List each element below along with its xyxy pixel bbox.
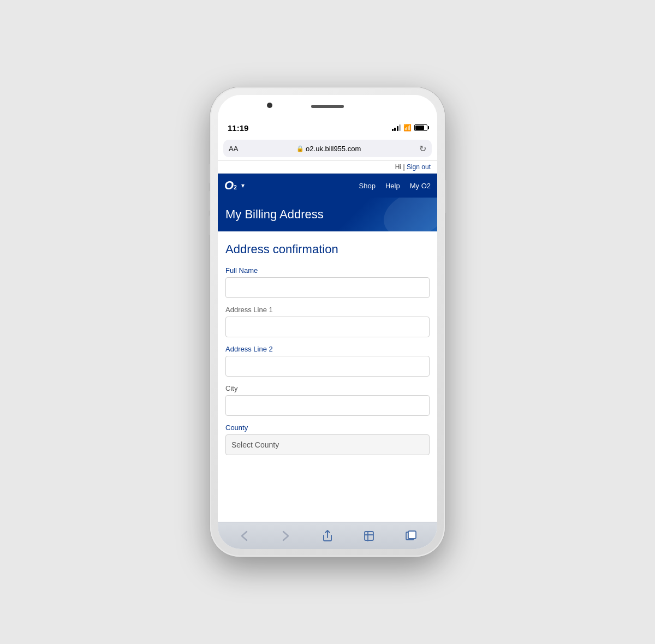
- signin-bar: Hi | Sign out: [218, 161, 437, 174]
- o2-nav-links: Shop Help My O2: [359, 182, 431, 190]
- speaker: [311, 105, 344, 108]
- address-line1-label: Address Line 1: [225, 306, 430, 314]
- nav-shop[interactable]: Shop: [359, 182, 376, 190]
- full-name-label: Full Name: [225, 266, 430, 275]
- o2-logo-subscript: 2: [234, 184, 237, 190]
- reload-button[interactable]: ↻: [419, 144, 426, 154]
- o2-menu-chevron[interactable]: ▾: [241, 182, 245, 189]
- full-name-input[interactable]: [225, 277, 430, 298]
- county-label: County: [225, 424, 430, 432]
- battery-icon: [414, 124, 427, 131]
- svg-rect-2: [408, 531, 416, 539]
- full-name-group: Full Name: [225, 266, 430, 298]
- address-line2-group: Address Line 2: [225, 345, 430, 377]
- lock-icon: 🔒: [296, 145, 304, 152]
- address-line2-label: Address Line 2: [225, 345, 430, 353]
- city-group: City: [225, 384, 430, 416]
- form-title: Address confirmation: [225, 242, 430, 257]
- url-bar[interactable]: AA 🔒 o2.uk.bill955.com ↻: [223, 140, 432, 157]
- url-aa-button[interactable]: AA: [229, 145, 238, 153]
- front-camera: [267, 103, 272, 108]
- city-label: City: [225, 384, 430, 392]
- o2-logo-text: O: [224, 178, 234, 193]
- nav-my-o2[interactable]: My O2: [410, 182, 431, 190]
- county-group: County Select County: [225, 424, 430, 455]
- bookmarks-button[interactable]: [359, 526, 379, 546]
- page-title: My Billing Address: [225, 207, 430, 222]
- o2-navbar: O 2 ▾ Shop Help My O2: [218, 174, 437, 198]
- address-line1-input[interactable]: [225, 317, 430, 337]
- tabs-button[interactable]: [401, 526, 421, 546]
- city-input[interactable]: [225, 395, 430, 416]
- signal-icon: [392, 124, 401, 131]
- url-bar-container: AA 🔒 o2.uk.bill955.com ↻: [218, 136, 437, 161]
- county-select[interactable]: Select County: [225, 434, 430, 455]
- svg-rect-0: [365, 532, 373, 540]
- o2-logo[interactable]: O 2: [224, 178, 237, 193]
- signout-link[interactable]: Sign out: [407, 163, 431, 171]
- form-content: Address confirmation Full Name Address L…: [218, 231, 437, 522]
- address-line2-input[interactable]: [225, 356, 430, 377]
- status-icons: 📶: [392, 124, 428, 132]
- status-time: 11:19: [228, 123, 248, 133]
- url-text: o2.uk.bill955.com: [306, 145, 361, 153]
- forward-button[interactable]: [276, 526, 296, 546]
- address-line1-group: Address Line 1: [225, 306, 430, 337]
- back-button[interactable]: [234, 526, 254, 546]
- form-area: Address confirmation Full Name Address L…: [218, 231, 437, 522]
- phone-top-bar: [218, 95, 437, 119]
- status-bar: 11:19 📶: [218, 119, 437, 136]
- safari-toolbar: [218, 522, 437, 549]
- nav-help[interactable]: Help: [385, 182, 400, 190]
- hi-text: Hi |: [395, 163, 405, 171]
- wifi-icon: 📶: [403, 124, 412, 132]
- url-address: 🔒 o2.uk.bill955.com: [296, 145, 361, 153]
- page-header: My Billing Address: [218, 198, 437, 231]
- share-button[interactable]: [318, 526, 337, 546]
